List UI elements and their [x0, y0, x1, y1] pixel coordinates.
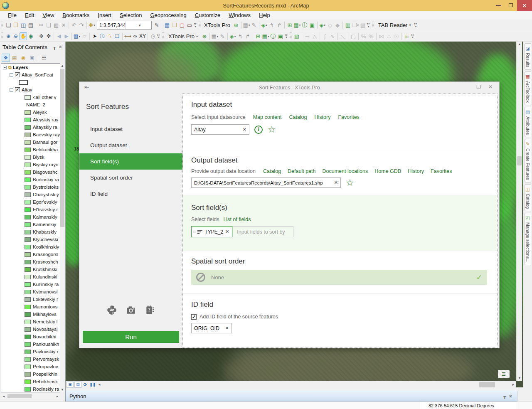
full-extent-icon[interactable]: ◉ [27, 32, 34, 40]
dialog-close-button[interactable]: ✕ [488, 84, 493, 90]
legend-item[interactable]: Belokurikha [1, 146, 60, 153]
scroll-right-icon[interactable]: ▸ [54, 394, 60, 398]
tag-icon[interactable]: ◇ [326, 21, 334, 29]
toc-root-label[interactable]: Layers [13, 65, 28, 70]
layout-view-button[interactable]: ▤ [74, 382, 81, 388]
chevron-down-icon[interactable]: ▾ [126, 21, 151, 29]
layer-checkbox[interactable]: ✓ [15, 87, 20, 92]
legend-item[interactable]: Mamontovs [1, 303, 60, 310]
nav-item[interactable]: Spatial sort order [79, 170, 182, 186]
symbol-swatch[interactable] [25, 133, 31, 137]
legend-item[interactable]: Kosikhinskiy [1, 243, 60, 251]
html-popup-icon[interactable]: ❏ [113, 32, 121, 40]
clear-icon[interactable]: ✕ [239, 127, 246, 132]
legend-item[interactable]: Rodinskiy ra [1, 385, 60, 392]
legend-item[interactable]: Rebrikhinsk [1, 378, 60, 385]
legend-item[interactable]: Biysk [1, 153, 60, 161]
edit-sketch-icon[interactable]: ▧ [293, 32, 300, 40]
tab-reader-dropdown[interactable]: TAB Reader ▾ [375, 21, 414, 30]
symbol-swatch[interactable] [25, 379, 31, 384]
collapse-sidebar-icon[interactable]: ⇤ [84, 84, 89, 90]
legend-item[interactable]: El'tsovskiy r [1, 206, 60, 213]
map-vertical-scrollbar[interactable]: ▲ ▼ [516, 42, 522, 381]
symbol-label[interactable]: <all other v [33, 95, 57, 100]
legend-item[interactable]: Charyshskiy [1, 191, 60, 198]
toolbox-window-icon[interactable]: ▢ [178, 21, 186, 29]
output-path-field[interactable]: D:\GIS-DATA\SortFeaturesRecords\Altay_So… [191, 177, 341, 188]
toolbar-overflow-button[interactable]: ▸▸▾ [414, 21, 418, 29]
menu-item[interactable]: File [4, 12, 20, 19]
menu-item[interactable]: Help [255, 12, 274, 19]
menu-item[interactable]: View [39, 12, 58, 19]
close-icon[interactable]: ✕ [57, 44, 64, 50]
proportion-2-icon[interactable]: % [367, 32, 375, 40]
legend-item[interactable]: Burlinskiy ra [1, 176, 60, 183]
scrollbar-track[interactable] [103, 382, 510, 388]
symbol-swatch[interactable] [25, 118, 31, 122]
toc-window-icon[interactable]: ▦ [163, 21, 171, 29]
symbol-swatch[interactable] [25, 237, 31, 242]
attributes-window2-icon[interactable]: ▣ [277, 32, 284, 40]
id-field-input[interactable]: ORIG_OID ✕ [191, 323, 232, 333]
cut-icon[interactable]: ✂ [37, 21, 45, 29]
nav-item[interactable]: Sort field(s) [79, 153, 182, 170]
location-link[interactable]: Document locations [322, 168, 368, 174]
toolbar-overflow-button[interactable]: ▸▸▾ [411, 32, 415, 40]
legend-item[interactable]: Klyuchevski [1, 236, 60, 243]
symbol-swatch[interactable] [25, 327, 31, 332]
symbol-swatch[interactable] [25, 200, 31, 204]
add-sort-field-input[interactable]: Input fields to sort by [232, 226, 293, 237]
symbol-swatch[interactable] [25, 305, 31, 309]
add-table2-icon[interactable]: ⊞ [254, 32, 262, 40]
dock-tab[interactable]: ▤ Attributes [525, 107, 531, 137]
layer-label[interactable]: Altay_SortFeat [22, 72, 53, 77]
symbol-swatch[interactable] [25, 252, 31, 257]
symbol-swatch[interactable] [25, 170, 31, 175]
layer-label[interactable]: Altay [22, 87, 32, 92]
symbol-swatch[interactable] [25, 290, 31, 294]
help-notes-icon[interactable]: ? [145, 305, 155, 315]
menu-item[interactable]: Bookmarks [59, 12, 93, 19]
time-slider-icon[interactable]: ◷ [149, 32, 157, 40]
layer-checkbox[interactable]: ✓ [15, 72, 20, 77]
go-to-xy-icon[interactable]: XY [139, 32, 146, 40]
dock-tab[interactable]: ▦ ArcToolbox [525, 71, 531, 105]
clear-icon[interactable]: ✕ [222, 325, 229, 331]
symbol-swatch[interactable] [25, 365, 31, 369]
legend-item[interactable]: Krasnogorsl [1, 251, 60, 258]
legend-item[interactable]: Bystroistoks [1, 183, 60, 191]
new-map-icon[interactable]: ❏ [5, 21, 12, 29]
symbol-swatch[interactable] [25, 222, 31, 227]
print-icon[interactable]: ▤ [27, 21, 34, 29]
toolbar-overflow-button[interactable]: ▸▸▾ [367, 21, 371, 29]
scrollbar-thumb[interactable] [7, 394, 32, 398]
info-icon[interactable]: i [254, 126, 263, 134]
scroll-down-icon[interactable]: ▼ [60, 387, 65, 392]
measure-icon[interactable]: ⟷ [124, 32, 131, 40]
map-overlay-panel-icon[interactable]: ☰ [498, 370, 510, 378]
legend-item[interactable]: Kur'inskiy ra [1, 281, 60, 288]
toolbar-overflow-button[interactable]: ▸▸▾ [284, 32, 288, 40]
symbol-swatch[interactable] [25, 140, 31, 145]
scrollbar-thumb[interactable] [517, 156, 522, 165]
table-info2-icon[interactable]: ⓘ [269, 32, 277, 40]
add-data-icon[interactable]: ✚ [88, 21, 96, 29]
symbol-swatch[interactable] [25, 387, 31, 392]
grid-menu2-icon[interactable]: ▦ [211, 32, 219, 40]
grid-menu-icon[interactable]: ▦ [243, 21, 250, 29]
snap-3-icon[interactable]: ⊡ [393, 32, 400, 40]
clipboard-icon[interactable]: ▨ [359, 21, 367, 29]
open-icon[interactable]: ❐ [12, 21, 20, 29]
scrollbar-thumb[interactable] [60, 69, 64, 227]
list-by-visibility-icon[interactable]: ◉ [19, 54, 27, 62]
select-by-shape-icon[interactable]: ◈ [261, 21, 268, 29]
scroll-right-icon[interactable]: ▸ [510, 382, 516, 387]
redo-icon[interactable]: ↷ [78, 21, 85, 29]
snap-2-icon[interactable]: ∴ [385, 32, 393, 40]
scroll-up-icon[interactable]: ▲ [517, 42, 522, 47]
settings-sliders-icon[interactable]: ≣ [403, 32, 411, 40]
sort-order-icon[interactable] [197, 230, 202, 234]
refresh-view-icon[interactable]: ⟳ [81, 381, 89, 389]
rectangle-tool-icon[interactable]: ▢ [350, 32, 357, 40]
symbol-swatch[interactable] [25, 335, 31, 339]
